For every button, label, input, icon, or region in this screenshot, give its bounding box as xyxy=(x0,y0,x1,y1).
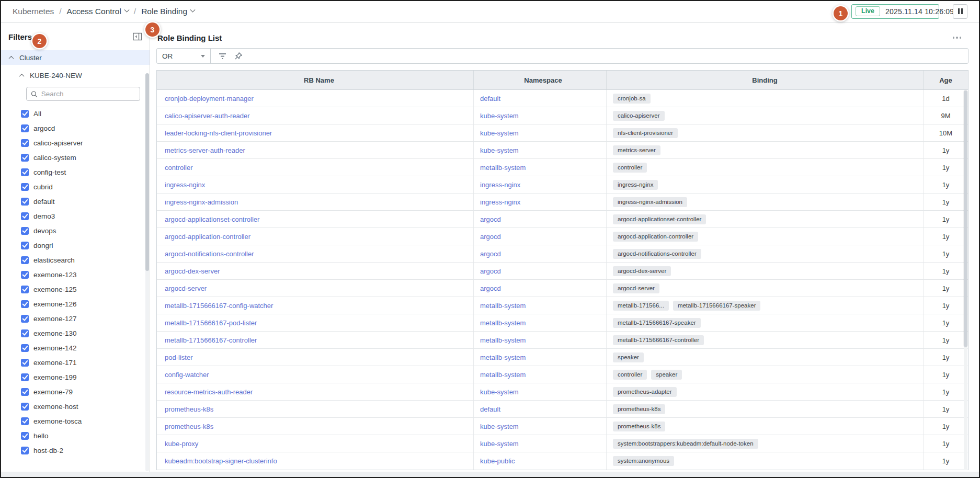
namespace-checkbox-item[interactable]: exemone-199 xyxy=(21,370,150,384)
namespace-link[interactable]: kube-system xyxy=(480,112,519,120)
checkbox-checked-icon[interactable] xyxy=(21,154,29,162)
column-header-namespace[interactable]: Namespace xyxy=(474,71,607,89)
namespace-link[interactable]: kube-public xyxy=(480,457,515,465)
rb-name-link[interactable]: kubeadm:bootstrap-signer-clusterinfo xyxy=(165,457,277,465)
checkbox-checked-icon[interactable] xyxy=(21,286,29,293)
breadcrumb-role-binding[interactable]: Role Binding xyxy=(141,7,195,16)
namespace-checkbox-item[interactable]: exemone-125 xyxy=(21,282,150,297)
namespace-link[interactable]: metallb-system xyxy=(480,371,526,379)
binding-chip[interactable]: argocd-dex-server xyxy=(613,266,671,276)
filter-list-button[interactable] xyxy=(218,52,227,60)
checkbox-checked-icon[interactable] xyxy=(21,403,29,411)
binding-chip[interactable]: argocd-applicationset-controller xyxy=(613,214,706,224)
rb-name-link[interactable]: ingress-nginx-admission xyxy=(165,198,238,206)
namespace-checkbox-item[interactable]: exemone-host xyxy=(21,399,150,414)
namespace-link[interactable]: argocd xyxy=(480,284,501,292)
rb-name-link[interactable]: metallb-1715666167-config-watcher xyxy=(165,302,273,310)
namespace-link[interactable]: ingress-nginx xyxy=(480,181,520,189)
checkbox-checked-icon[interactable] xyxy=(21,139,29,147)
breadcrumb-access-control[interactable]: Access Control xyxy=(67,7,129,16)
namespace-checkbox-item[interactable]: demo3 xyxy=(21,209,150,223)
rb-name-link[interactable]: argocd-notifications-controller xyxy=(165,250,254,258)
namespace-link[interactable]: kube-system xyxy=(480,388,519,396)
checkbox-checked-icon[interactable] xyxy=(21,344,29,352)
checkbox-checked-icon[interactable] xyxy=(21,256,29,264)
binding-chip[interactable]: controller xyxy=(613,163,647,173)
binding-chip[interactable]: metallb-1715666167-controller xyxy=(613,335,704,345)
namespace-link[interactable]: argocd xyxy=(480,233,501,241)
live-time-box[interactable]: Live 2025.11.14 10:26:09 xyxy=(851,4,939,19)
binding-chip[interactable]: prometheus-adapter xyxy=(613,387,677,397)
rb-name-link[interactable]: metallb-1715666167-pod-lister xyxy=(165,319,257,327)
namespace-link[interactable]: kube-system xyxy=(480,440,519,448)
checkbox-checked-icon[interactable] xyxy=(21,315,29,323)
rb-name-link[interactable]: prometheus-k8s xyxy=(165,405,213,413)
rb-name-link[interactable]: argocd-application-controller xyxy=(165,233,250,241)
rb-name-link[interactable]: calico-apiserver-auth-reader xyxy=(165,112,250,120)
namespace-checkbox-item[interactable]: hello xyxy=(21,428,150,443)
column-header-rb-name[interactable]: RB Name xyxy=(157,71,474,89)
checkbox-checked-icon[interactable] xyxy=(21,212,29,220)
binding-chip[interactable]: ingress-nginx xyxy=(613,180,658,190)
checkbox-checked-icon[interactable] xyxy=(21,373,29,381)
namespace-link[interactable]: metallb-system xyxy=(480,319,526,327)
checkbox-checked-icon[interactable] xyxy=(21,271,29,279)
binding-chip[interactable]: prometheus-k8s xyxy=(613,422,665,431)
namespace-checkbox-item[interactable]: calico-system xyxy=(21,150,150,165)
namespace-checkbox-item[interactable]: exemone-130 xyxy=(21,326,150,340)
collapse-sidebar-button[interactable] xyxy=(133,32,142,41)
binding-chip[interactable]: metrics-server xyxy=(613,145,660,155)
checkbox-checked-icon[interactable] xyxy=(21,168,29,176)
binding-chip[interactable]: metallb-1715666167-speaker xyxy=(673,301,761,311)
rb-name-link[interactable]: metallb-1715666167-controller xyxy=(165,336,257,344)
horizontal-scrollbar-track[interactable] xyxy=(1,472,979,477)
tree-node-cluster-name[interactable]: KUBE-240-NEW xyxy=(0,68,150,83)
namespace-link[interactable]: default xyxy=(480,95,500,103)
filter-operator-select[interactable]: OR xyxy=(157,49,211,63)
checkbox-checked-icon[interactable] xyxy=(21,124,29,132)
rb-name-link[interactable]: config-watcher xyxy=(165,371,209,379)
rb-name-link[interactable]: ingress-nginx xyxy=(165,181,205,189)
namespace-link[interactable]: metallb-system xyxy=(480,354,526,361)
namespace-checkbox-item[interactable]: cubrid xyxy=(21,179,150,194)
namespace-checkbox-item[interactable]: config-test xyxy=(21,165,150,179)
checkbox-checked-icon[interactable] xyxy=(21,447,29,454)
checkbox-checked-icon[interactable] xyxy=(21,300,29,308)
binding-chip[interactable]: cronjob-sa xyxy=(613,94,651,104)
pause-button[interactable] xyxy=(953,4,967,19)
binding-chip[interactable]: argocd-application-controller xyxy=(613,232,698,242)
namespace-checkbox-item[interactable]: argocd xyxy=(21,121,150,135)
checkbox-checked-icon[interactable] xyxy=(21,329,29,337)
checkbox-checked-icon[interactable] xyxy=(21,183,29,191)
binding-chip[interactable]: metallb-171566... xyxy=(613,301,669,311)
sidebar-scrollbar[interactable] xyxy=(145,73,149,471)
binding-chip[interactable]: system:anonymous xyxy=(613,456,674,466)
binding-chip[interactable]: argocd-notifications-controller xyxy=(613,249,701,259)
namespace-link[interactable]: metallb-system xyxy=(480,336,526,344)
namespace-search[interactable] xyxy=(26,87,140,101)
search-input[interactable] xyxy=(41,90,135,98)
namespace-checkbox-item[interactable]: dongri xyxy=(21,238,150,253)
column-header-age[interactable]: Age xyxy=(924,71,968,89)
namespace-checkbox-item[interactable]: devops xyxy=(21,223,150,238)
card-menu-button[interactable] xyxy=(950,33,965,42)
namespace-link[interactable]: kube-system xyxy=(480,129,519,137)
namespace-checkbox-item[interactable]: exemone-171 xyxy=(21,355,150,370)
checkbox-checked-icon[interactable] xyxy=(21,198,29,206)
pin-filter-button[interactable] xyxy=(234,52,243,60)
namespace-link[interactable]: metallb-system xyxy=(480,164,526,172)
namespace-checkbox-item[interactable]: exemone-79 xyxy=(21,384,150,399)
rb-name-link[interactable]: argocd-applicationset-controller xyxy=(165,215,259,223)
column-header-binding[interactable]: Binding xyxy=(607,71,924,89)
rb-name-link[interactable]: metrics-server-auth-reader xyxy=(165,146,245,154)
binding-chip[interactable]: metallb-1715666167-speaker xyxy=(613,318,701,328)
binding-chip[interactable]: nfs-client-provisioner xyxy=(613,128,678,138)
namespace-link[interactable]: argocd xyxy=(480,267,501,275)
rb-name-link[interactable]: prometheus-k8s xyxy=(165,423,213,430)
namespace-link[interactable]: argocd xyxy=(480,215,501,223)
namespace-link[interactable]: ingress-nginx xyxy=(480,198,520,206)
namespace-checkbox-item[interactable]: All xyxy=(21,106,150,121)
namespace-link[interactable]: metallb-system xyxy=(480,302,526,310)
rb-name-link[interactable]: resource-metrics-auth-reader xyxy=(165,388,253,396)
binding-chip[interactable]: prometheus-k8s xyxy=(613,404,665,414)
